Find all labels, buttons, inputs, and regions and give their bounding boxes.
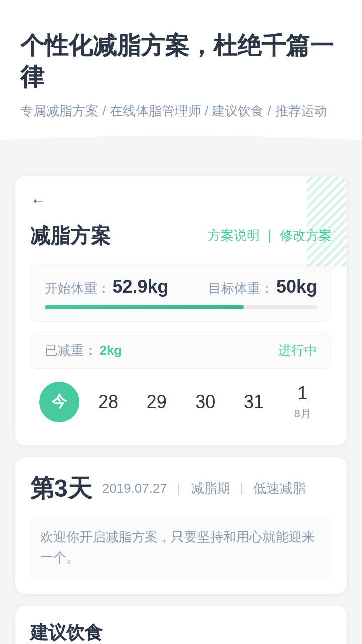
diet-section: 建议饮食 早餐 午餐 加餐 晚餐 加餐 <box>15 606 347 644</box>
target-weight-value: 50kg <box>276 276 317 297</box>
plan-modify-link[interactable]: 修改方案 <box>280 227 332 245</box>
plan-explain-link[interactable]: 方案说明 <box>208 227 260 245</box>
start-weight-group: 开始体重： 52.9kg <box>45 276 169 297</box>
date-circle-today: 今 <box>39 382 79 422</box>
date-item-today[interactable]: 今 <box>39 382 79 422</box>
date-item-29[interactable]: 29 <box>137 391 177 413</box>
progress-bar-container <box>45 305 317 309</box>
date-item-1-aug[interactable]: 1 8月 <box>283 383 323 421</box>
date-num-today: 今 <box>52 391 67 412</box>
date-num-1: 1 <box>298 383 308 404</box>
diet-title: 建议饮食 <box>30 621 332 644</box>
date-num-29: 29 <box>147 391 167 413</box>
day-date: 2019.07.27 <box>102 480 167 496</box>
target-weight-group: 目标体重： 50kg <box>208 276 317 297</box>
day-number: 第3天 <box>30 472 92 505</box>
plan-header: 减脂方案 方案说明 | 修改方案 <box>30 222 332 250</box>
target-weight-label: 目标体重： <box>208 281 274 296</box>
start-weight-label: 开始体重： <box>45 281 110 296</box>
date-num-28: 28 <box>98 391 118 413</box>
day-sep-2: | <box>240 480 244 496</box>
lost-weight-row: 已减重： 2kg 进行中 <box>30 332 332 369</box>
status-badge: 进行中 <box>278 342 317 359</box>
date-item-31[interactable]: 31 <box>234 391 274 413</box>
weight-row: 开始体重： 52.9kg 目标体重： 50kg <box>45 276 317 297</box>
progress-bar-fill <box>45 305 244 309</box>
date-month-aug: 8月 <box>294 406 311 421</box>
plan-title: 减脂方案 <box>30 222 111 250</box>
wave-divider <box>0 136 362 166</box>
day-tag-1: 减脂期 <box>191 479 230 497</box>
date-item-30[interactable]: 30 <box>185 391 225 413</box>
date-num-30: 30 <box>195 391 215 413</box>
main-content: ← 减脂方案 方案说明 | 修改方案 开始体重： 52.9kg 目标体重： 50… <box>0 166 362 644</box>
day-sep-1: | <box>177 480 181 496</box>
day-tag-2: 低速减脂 <box>253 479 306 497</box>
header-section: 个性化减脂方案，杜绝千篇一律 专属减脂方案 / 在线体脂管理师 / 建议饮食 /… <box>0 0 362 136</box>
day-header: 第3天 2019.07.27 | 减脂期 | 低速减脂 <box>30 472 332 505</box>
lost-weight-group: 已减重： 2kg <box>45 342 122 359</box>
day-message: 欢迎你开启减脂方案，只要坚持和用心就能迎来一个。 <box>30 517 332 579</box>
date-selector: 今 28 29 30 31 1 8月 <box>30 374 332 430</box>
day-info-card: 第3天 2019.07.27 | 减脂期 | 低速减脂 欢迎你开启减脂方案，只要… <box>15 457 347 594</box>
lost-value: 2kg <box>99 343 122 358</box>
date-item-28[interactable]: 28 <box>88 391 128 413</box>
action-divider: | <box>268 228 272 244</box>
start-weight-value: 52.9kg <box>112 276 168 297</box>
lost-label: 已减重： <box>45 343 97 358</box>
plan-card: ← 减脂方案 方案说明 | 修改方案 开始体重： 52.9kg 目标体重： 50… <box>15 176 347 445</box>
date-num-31: 31 <box>244 391 264 413</box>
back-button[interactable]: ← <box>30 191 46 210</box>
weight-info-box: 开始体重： 52.9kg 目标体重： 50kg <box>30 264 332 322</box>
plan-actions: 方案说明 | 修改方案 <box>208 227 332 245</box>
main-title: 个性化减脂方案，杜绝千篇一律 <box>20 30 342 93</box>
day-tags: | 减脂期 | 低速减脂 <box>177 479 306 497</box>
main-subtitle: 专属减脂方案 / 在线体脂管理师 / 建议饮食 / 推荐运动 <box>20 101 342 121</box>
